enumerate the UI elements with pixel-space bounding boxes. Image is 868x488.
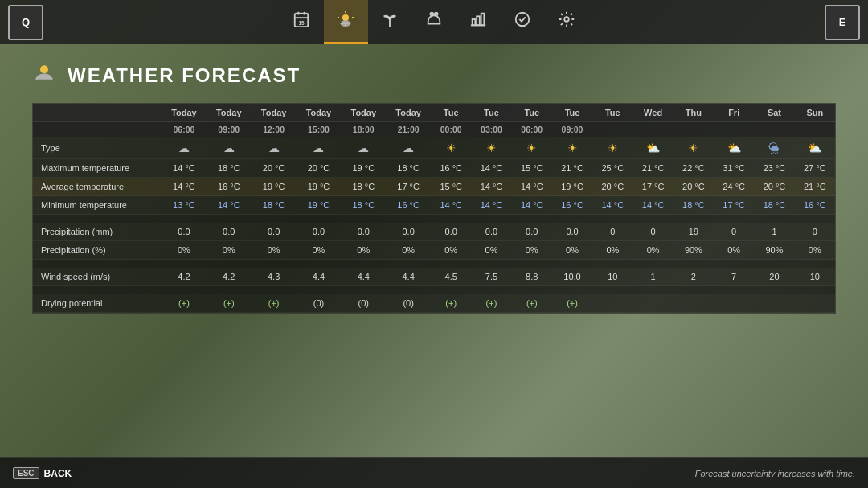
page-header: WEATHER FORECAST bbox=[32, 60, 836, 90]
label-col-header bbox=[33, 104, 162, 122]
drying-6: (+) bbox=[431, 294, 471, 313]
icon-13: ⛅ bbox=[714, 137, 754, 159]
tab-crops[interactable] bbox=[368, 0, 412, 44]
min-temp-15: 16 °C bbox=[795, 196, 835, 215]
weather-icon-3: ☁ bbox=[313, 141, 324, 154]
precip-mm-4: 0.0 bbox=[341, 223, 386, 241]
time-8: 06:00 bbox=[512, 122, 552, 137]
svg-point-5 bbox=[342, 14, 349, 21]
day-6: Tue bbox=[431, 104, 471, 122]
time-6: 00:00 bbox=[431, 122, 471, 137]
type-row: Type ☁ ☁ ☁ ☁ ☁ ☁ ☀ ☀ ☀ ☀ ☀ ⛅ ☀ ⛅ 🌦 ⛅ bbox=[33, 137, 835, 159]
animals-icon bbox=[425, 10, 443, 32]
max-temp-3: 20 °C bbox=[297, 159, 342, 178]
avg-temp-12: 20 °C bbox=[674, 178, 714, 196]
icon-11: ⛅ bbox=[633, 137, 673, 159]
weather-icon-0: ☁ bbox=[178, 141, 190, 154]
max-temp-14: 23 °C bbox=[754, 159, 794, 178]
day-4: Today bbox=[341, 104, 386, 122]
svg-point-19 bbox=[40, 65, 48, 73]
max-temp-10: 25 °C bbox=[592, 159, 633, 178]
day-8: Tue bbox=[512, 104, 552, 122]
min-temp-14: 18 °C bbox=[754, 196, 794, 215]
q-button[interactable]: Q bbox=[8, 5, 43, 40]
contracts-icon bbox=[514, 10, 531, 32]
avg-temp-label: Average temperature bbox=[33, 178, 162, 196]
precip-pct-9: 0% bbox=[552, 241, 592, 260]
min-temp-8: 14 °C bbox=[512, 196, 552, 215]
drying-13 bbox=[714, 294, 754, 313]
svg-point-18 bbox=[564, 17, 569, 22]
svg-point-12 bbox=[435, 12, 438, 15]
max-temp-9: 21 °C bbox=[552, 159, 592, 178]
avg-temp-10: 20 °C bbox=[592, 178, 633, 196]
precip-pct-6: 0% bbox=[431, 241, 471, 260]
weather-icon-11: ⛅ bbox=[646, 141, 660, 154]
drying-1: (+) bbox=[207, 294, 252, 313]
bottom-bar: ESC BACK Forecast uncertainty increases … bbox=[0, 457, 868, 488]
wind-11: 1 bbox=[633, 268, 673, 286]
svg-rect-14 bbox=[477, 16, 480, 25]
icon-6: ☀ bbox=[431, 137, 471, 159]
svg-rect-15 bbox=[481, 13, 485, 25]
day-9: Tue bbox=[552, 104, 592, 122]
weather-icon-6: ☀ bbox=[446, 141, 457, 154]
svg-point-17 bbox=[516, 12, 530, 26]
weather-icon-10: ☀ bbox=[608, 141, 618, 154]
precip-mm-7: 0.0 bbox=[471, 223, 511, 241]
drying-14 bbox=[754, 294, 794, 313]
avg-temp-15: 21 °C bbox=[795, 178, 835, 196]
icon-12: ☀ bbox=[674, 137, 714, 159]
back-label: BACK bbox=[44, 468, 72, 479]
day-14: Sat bbox=[754, 104, 794, 122]
max-temp-1: 18 °C bbox=[207, 159, 252, 178]
day-15: Sun bbox=[795, 104, 835, 122]
tab-animals[interactable] bbox=[412, 0, 457, 44]
esc-label: ESC bbox=[13, 467, 39, 479]
time-9: 09:00 bbox=[552, 122, 592, 137]
day-1: Today bbox=[207, 104, 252, 122]
tab-contracts[interactable] bbox=[501, 0, 545, 44]
tab-settings[interactable] bbox=[545, 0, 589, 44]
time-5: 21:00 bbox=[386, 122, 431, 137]
spacer-1 bbox=[33, 215, 835, 223]
max-temp-2: 20 °C bbox=[252, 159, 297, 178]
precip-mm-3: 0.0 bbox=[297, 223, 342, 241]
icon-0: ☁ bbox=[162, 137, 207, 159]
weather-icon-1: ☁ bbox=[223, 141, 235, 154]
wind-12: 2 bbox=[674, 268, 714, 286]
precip-mm-9: 0.0 bbox=[552, 223, 592, 241]
precip-mm-0: 0.0 bbox=[162, 223, 207, 241]
precip-mm-row: Precipitation (mm) 0.0 0.0 0.0 0.0 0.0 0… bbox=[33, 223, 835, 241]
drying-12 bbox=[674, 294, 714, 313]
icon-4: ☁ bbox=[341, 137, 386, 159]
weather-icon bbox=[336, 10, 355, 33]
tab-calendar[interactable]: 15 bbox=[280, 0, 324, 44]
tab-weather[interactable] bbox=[324, 0, 368, 44]
back-button[interactable]: ESC BACK bbox=[13, 467, 72, 479]
time-12 bbox=[674, 122, 714, 137]
max-temp-0: 14 °C bbox=[162, 159, 207, 178]
time-4: 18:00 bbox=[341, 122, 386, 137]
precip-mm-13: 0 bbox=[714, 223, 754, 241]
avg-temp-4: 18 °C bbox=[341, 178, 386, 196]
svg-point-10 bbox=[341, 22, 350, 27]
precip-pct-3: 0% bbox=[297, 241, 342, 260]
drying-8: (+) bbox=[512, 294, 552, 313]
forecast-note: Forecast uncertainty increases with time… bbox=[695, 469, 855, 478]
icon-3: ☁ bbox=[297, 137, 342, 159]
min-temp-9: 16 °C bbox=[552, 196, 592, 215]
avg-temp-8: 14 °C bbox=[512, 178, 552, 196]
avg-temp-1: 16 °C bbox=[207, 178, 252, 196]
nav-center: 15 bbox=[280, 0, 589, 44]
e-button[interactable]: E bbox=[825, 5, 860, 40]
min-temp-4: 18 °C bbox=[341, 196, 386, 215]
tab-stats[interactable] bbox=[457, 0, 501, 44]
time-13 bbox=[714, 122, 754, 137]
precip-mm-2: 0.0 bbox=[252, 223, 297, 241]
type-label: Type bbox=[33, 137, 162, 159]
spacer-3 bbox=[33, 286, 835, 295]
wind-6: 4.5 bbox=[431, 268, 471, 286]
avg-temp-0: 14 °C bbox=[162, 178, 207, 196]
avg-temp-7: 14 °C bbox=[471, 178, 511, 196]
